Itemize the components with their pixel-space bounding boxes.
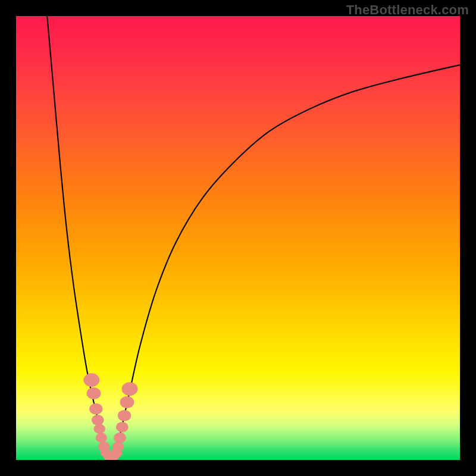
- highlight-dot: [87, 387, 101, 399]
- highlight-dot: [96, 433, 107, 442]
- highlight-dot: [120, 396, 134, 408]
- highlight-dot: [114, 433, 126, 443]
- highlight-dot: [89, 403, 102, 415]
- highlight-dots: [83, 373, 137, 460]
- highlight-dot: [116, 422, 129, 433]
- curve-layer: [16, 16, 460, 460]
- chart-plot-area: [16, 16, 460, 460]
- highlight-dot: [112, 441, 124, 451]
- highlight-dot: [92, 415, 104, 425]
- highlight-dot: [118, 410, 131, 421]
- highlight-dot: [83, 373, 99, 387]
- highlight-dot: [94, 424, 105, 434]
- bottleneck-curve-right: [114, 65, 460, 458]
- highlight-dot: [122, 382, 138, 396]
- watermark-text: TheBottleneck.com: [346, 2, 469, 18]
